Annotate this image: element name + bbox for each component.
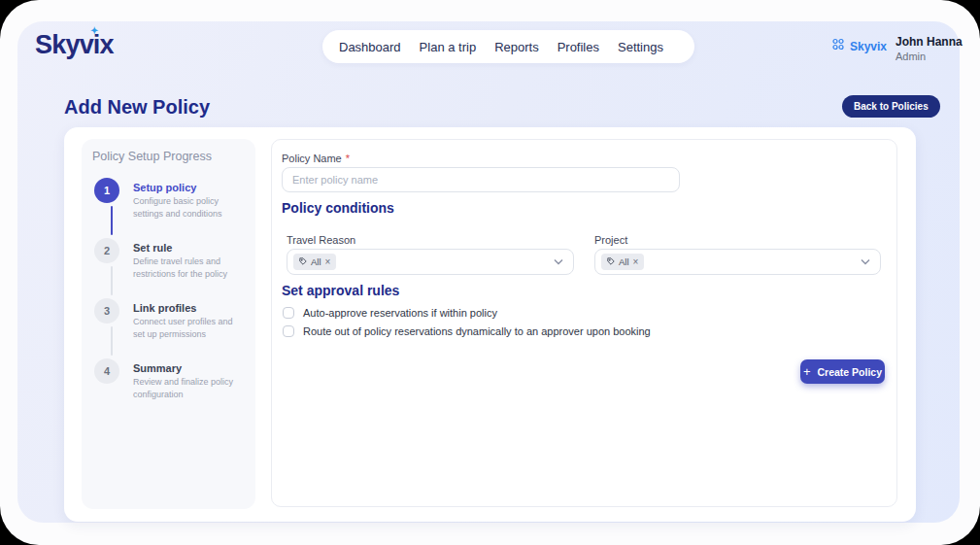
step-description: Define travel rules and restrictions for… bbox=[133, 255, 245, 280]
step-description: Configure basic policy settings and cond… bbox=[133, 195, 245, 220]
tag-icon bbox=[299, 256, 307, 267]
app-window: Skyvix ✦ Dashboard Plan a trip Reports P… bbox=[0, 0, 980, 545]
checkbox-label: Auto-approve reservations if within poli… bbox=[303, 307, 497, 320]
step-number-badge: 1 bbox=[94, 178, 119, 203]
page-title: Add New Policy bbox=[64, 96, 210, 119]
remove-tag-icon[interactable]: × bbox=[633, 257, 639, 267]
auto-approve-checkbox-row[interactable]: Auto-approve reservations if within poli… bbox=[283, 307, 497, 320]
chevron-down-icon bbox=[554, 256, 563, 267]
org-switcher[interactable]: Skyvix bbox=[831, 38, 887, 55]
step-title: Link profiles bbox=[133, 302, 196, 314]
approval-rules-heading: Set approval rules bbox=[282, 283, 399, 298]
step-number-badge: 3 bbox=[94, 298, 119, 324]
project-select[interactable]: All × bbox=[594, 249, 881, 275]
policy-name-label: Policy Name* bbox=[282, 153, 350, 164]
travel-reason-select[interactable]: All × bbox=[287, 249, 574, 275]
tag-label: All bbox=[311, 256, 321, 267]
step-number-badge: 4 bbox=[94, 358, 119, 384]
step-title: Setup policy bbox=[133, 182, 196, 193]
logo-accent-icon: ✦ bbox=[90, 26, 99, 35]
policy-form-card bbox=[271, 139, 897, 507]
checkbox[interactable] bbox=[283, 307, 294, 319]
project-label: Project bbox=[594, 234, 627, 246]
tag-icon bbox=[607, 256, 615, 267]
selected-tag-chip: All × bbox=[293, 254, 336, 270]
user-role: Admin bbox=[896, 51, 963, 62]
nav-item-dashboard[interactable]: Dashboard bbox=[339, 40, 401, 54]
remove-tag-icon[interactable]: × bbox=[325, 257, 331, 267]
tag-label: All bbox=[619, 256, 629, 267]
plus-icon: + bbox=[803, 365, 811, 378]
progress-title: Policy Setup Progress bbox=[92, 150, 212, 163]
org-name: Skyvix bbox=[850, 40, 887, 53]
step-title: Summary bbox=[133, 362, 182, 374]
nav-item-profiles[interactable]: Profiles bbox=[558, 40, 599, 54]
route-out-of-policy-checkbox-row[interactable]: Route out of policy reservations dynamic… bbox=[283, 325, 651, 338]
step-connector bbox=[111, 266, 113, 295]
step-number-badge: 2 bbox=[94, 238, 119, 263]
step-connector bbox=[111, 206, 113, 235]
main-nav: Dashboard Plan a trip Reports Profiles S… bbox=[322, 30, 694, 63]
policy-conditions-heading: Policy conditions bbox=[282, 200, 394, 216]
step-description: Connect user profiles and set up permiss… bbox=[133, 316, 245, 340]
nav-item-settings[interactable]: Settings bbox=[618, 40, 663, 54]
step-connector bbox=[111, 326, 113, 356]
policy-name-input[interactable] bbox=[282, 167, 680, 192]
user-name: John Hanna bbox=[896, 35, 963, 49]
create-policy-button[interactable]: + Create Policy bbox=[800, 359, 885, 384]
logo[interactable]: Skyvix ✦ bbox=[35, 30, 114, 60]
create-policy-label: Create Policy bbox=[818, 366, 883, 378]
checkbox-label: Route out of policy reservations dynamic… bbox=[303, 325, 651, 338]
required-asterisk: * bbox=[346, 153, 350, 164]
logo-text: Skyvix bbox=[35, 30, 114, 59]
nav-item-plan-a-trip[interactable]: Plan a trip bbox=[420, 40, 477, 54]
nav-item-reports[interactable]: Reports bbox=[494, 40, 539, 54]
user-menu[interactable]: John Hanna Admin bbox=[896, 35, 963, 62]
step-title: Set rule bbox=[133, 242, 172, 254]
selected-tag-chip: All × bbox=[601, 254, 644, 270]
organization-icon bbox=[831, 38, 845, 55]
step-description: Review and finalize policy configuration bbox=[133, 376, 245, 400]
travel-reason-label: Travel Reason bbox=[287, 234, 355, 246]
chevron-down-icon bbox=[861, 256, 870, 267]
checkbox[interactable] bbox=[283, 325, 294, 337]
back-to-policies-button[interactable]: Back to Policies bbox=[842, 95, 940, 118]
